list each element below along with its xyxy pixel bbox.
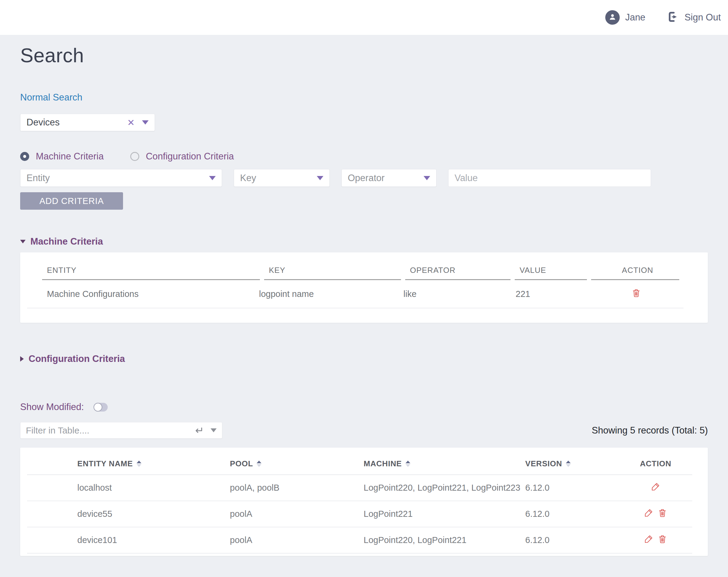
- machine-criteria-section-title: Machine Criteria: [30, 236, 103, 247]
- clear-icon[interactable]: ✕: [127, 117, 135, 128]
- column-header-action: ACTION: [591, 266, 679, 280]
- radio-unselected-icon[interactable]: [130, 152, 139, 161]
- column-header-entity: ENTITY: [42, 266, 260, 280]
- radio-selected-icon[interactable]: [20, 152, 29, 161]
- add-criteria-button[interactable]: ADD CRITERIA: [20, 192, 123, 210]
- edit-icon[interactable]: [644, 508, 653, 518]
- key-dropdown-placeholder: Key: [240, 173, 317, 184]
- delete-icon[interactable]: [631, 288, 641, 298]
- filter-box: [20, 422, 222, 439]
- show-modified-label: Show Modified:: [20, 402, 84, 413]
- sign-out-button[interactable]: Sign Out: [666, 10, 721, 25]
- machine-criteria-card: ENTITY KEY OPERATOR VALUE ACTION Machine…: [20, 253, 708, 323]
- cell-entity: Machine Configurations: [27, 289, 254, 299]
- filter-row: Showing 5 records (Total: 5): [20, 422, 708, 439]
- user-name: Jane: [625, 12, 645, 23]
- sort-icon[interactable]: [406, 461, 410, 467]
- toggle-knob[interactable]: [94, 403, 102, 412]
- cell-machine: LogPoint221: [364, 509, 525, 519]
- cell-entity-name: localhost: [27, 483, 230, 493]
- table-row: localhost poolA, poolB LogPoint220, LogP…: [27, 475, 692, 501]
- radio-configuration-criteria[interactable]: Configuration Criteria: [130, 151, 234, 162]
- cell-pool: poolA, poolB: [230, 483, 363, 493]
- sort-icon[interactable]: [257, 461, 261, 467]
- column-header-entity-name[interactable]: ENTITY NAME: [27, 459, 230, 468]
- top-bar: Jane Sign Out: [0, 0, 728, 35]
- entity-dropdown[interactable]: Entity: [20, 169, 222, 187]
- cell-action: [619, 482, 692, 494]
- radio-configuration-criteria-label: Configuration Criteria: [146, 151, 234, 162]
- caret-right-icon: [20, 356, 24, 362]
- cell-value: 221: [511, 289, 589, 299]
- entity-type-select[interactable]: Devices ✕: [20, 114, 155, 131]
- chevron-down-icon: [209, 176, 216, 180]
- criteria-form: Entity Key Operator: [20, 169, 708, 187]
- cell-operator: like: [398, 289, 511, 299]
- cell-entity-name: device55: [27, 509, 230, 519]
- cell-machine: LogPoint220, LogPoint221: [364, 535, 525, 545]
- show-modified-row: Show Modified:: [20, 402, 708, 413]
- edit-icon[interactable]: [651, 482, 660, 492]
- normal-search-link[interactable]: Normal Search: [20, 92, 82, 103]
- sign-out-icon: [666, 10, 680, 25]
- sort-icon[interactable]: [566, 461, 571, 467]
- cell-key: logpoint name: [254, 289, 398, 299]
- radio-machine-criteria[interactable]: Machine Criteria: [20, 151, 104, 162]
- chevron-down-icon[interactable]: [142, 120, 149, 125]
- column-header-pool[interactable]: POOL: [230, 459, 363, 468]
- chevron-down-icon: [317, 176, 323, 180]
- delete-icon[interactable]: [658, 534, 667, 544]
- results-card: ENTITY NAME POOL MACHINE VERSION ACTION …: [20, 448, 708, 556]
- cell-version: 6.12.0: [525, 483, 619, 493]
- table-row: device101 poolA LogPoint220, LogPoint221…: [27, 527, 692, 553]
- cell-version: 6.12.0: [525, 509, 619, 519]
- chevron-down-icon[interactable]: [211, 428, 216, 432]
- user-icon: [608, 12, 617, 23]
- cell-action: [589, 288, 683, 300]
- value-input[interactable]: [448, 169, 651, 187]
- cell-machine: LogPoint220, LogPoint221, LogPoint223: [364, 483, 525, 493]
- cell-entity-name: device101: [27, 535, 230, 545]
- configuration-criteria-section-title: Configuration Criteria: [29, 353, 125, 364]
- show-modified-toggle[interactable]: [94, 403, 108, 412]
- machine-criteria-section-toggle[interactable]: Machine Criteria: [20, 236, 708, 247]
- column-header-machine[interactable]: MACHINE: [364, 459, 525, 468]
- user-avatar[interactable]: [605, 10, 620, 25]
- edit-icon[interactable]: [644, 534, 653, 544]
- column-header-key: KEY: [264, 266, 401, 280]
- operator-dropdown[interactable]: Operator: [341, 169, 437, 187]
- entity-type-value: Devices: [26, 117, 127, 128]
- machine-criteria-table-header: ENTITY KEY OPERATOR VALUE ACTION: [42, 266, 683, 280]
- key-dropdown[interactable]: Key: [234, 169, 330, 187]
- criteria-type-radios: Machine Criteria Configuration Criteria: [20, 151, 708, 162]
- operator-dropdown-placeholder: Operator: [348, 173, 423, 184]
- radio-machine-criteria-label: Machine Criteria: [36, 151, 104, 162]
- page-title: Search: [20, 44, 708, 67]
- sign-out-label: Sign Out: [684, 12, 721, 23]
- records-summary: Showing 5 records (Total: 5): [592, 425, 708, 436]
- cell-pool: poolA: [230, 535, 363, 545]
- entity-dropdown-placeholder: Entity: [26, 173, 209, 184]
- delete-icon[interactable]: [658, 508, 667, 518]
- caret-down-icon: [20, 240, 26, 243]
- chevron-down-icon: [423, 176, 430, 180]
- enter-icon[interactable]: [193, 425, 203, 436]
- table-row: device55 poolA LogPoint221 6.12.0: [27, 501, 692, 527]
- table-row: Machine Configurations logpoint name lik…: [27, 280, 683, 308]
- results-table-header: ENTITY NAME POOL MACHINE VERSION ACTION: [27, 448, 692, 475]
- cell-pool: poolA: [230, 509, 363, 519]
- column-header-operator: OPERATOR: [405, 266, 511, 280]
- sort-icon[interactable]: [136, 461, 141, 467]
- filter-input[interactable]: [26, 425, 193, 436]
- column-header-version[interactable]: VERSION: [525, 459, 619, 468]
- cell-version: 6.12.0: [525, 535, 619, 545]
- column-header-action: ACTION: [619, 459, 692, 468]
- configuration-criteria-section-toggle[interactable]: Configuration Criteria: [20, 353, 708, 364]
- cell-action: [619, 508, 692, 520]
- cell-action: [619, 534, 692, 546]
- column-header-value: VALUE: [515, 266, 587, 280]
